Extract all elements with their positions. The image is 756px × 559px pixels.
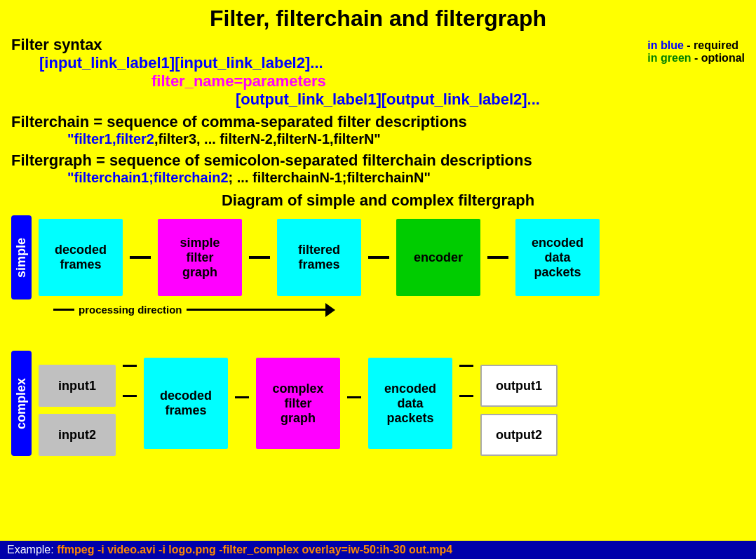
complex-row: complex input1 input2 decodedframes comp… — [11, 351, 745, 456]
output-link-label: [output_link_label1][output_link_label2]… — [236, 90, 745, 109]
decoded-frames-box: decodedframes — [39, 219, 123, 296]
filter-syntax-heading: Filter syntax — [11, 36, 102, 53]
input2-box: input2 — [39, 414, 116, 456]
filterchain-example: "filter1,filter2,filter3, ... filterN-2,… — [67, 131, 745, 147]
encoded-data-packets-complex-box: encodeddatapackets — [368, 358, 452, 449]
legend-blue-line: in blue - required — [647, 39, 745, 52]
legend-green-label: in green — [647, 52, 691, 64]
filtergraph-example: "filterchain1;filterchain2; ... filterch… — [67, 170, 745, 186]
complex-inputs: input1 input2 — [39, 365, 116, 456]
complex-label: complex — [11, 351, 32, 456]
connector2 — [249, 256, 270, 259]
encoded-data-packets-box-simple: encodeddatapackets — [515, 219, 600, 296]
diagram-area: simple decodedframes simplefiltergraph f… — [11, 215, 745, 456]
legend-green-desc: - optional — [691, 52, 745, 64]
filter-name-line: filter_name=parameters — [151, 72, 745, 90]
input-link-label: [input_link_label1][input_link_label2]..… — [39, 54, 323, 72]
output1-box: output1 — [480, 365, 558, 407]
connector1 — [130, 256, 151, 259]
connector-out-bot — [459, 395, 473, 397]
spacer1 — [123, 367, 137, 395]
output2-box: output2 — [480, 414, 558, 456]
main-container: Filter, filterchain and filtergraph in b… — [0, 0, 756, 559]
diagram-title: Diagram of simple and complex filtergrap… — [11, 191, 745, 210]
arrow-right-line — [187, 309, 327, 311]
filtergraph-heading: Filtergraph = sequence of semicolon-sepa… — [11, 151, 745, 170]
spacer2 — [459, 367, 473, 395]
encoder-box: encoder — [396, 219, 480, 296]
simple-filter-graph-box: simplefiltergraph — [158, 219, 242, 296]
connector-mid2 — [347, 396, 361, 398]
legend-blue-label: in blue — [647, 39, 684, 51]
connector4 — [487, 256, 508, 259]
example-prefix: Example: — [7, 544, 57, 555]
filtered-frames-box: filteredframes — [277, 219, 361, 296]
arrow-left-line — [53, 309, 74, 311]
bottom-bar: Example: ffmpeg -i video.avi -i logo.png… — [0, 541, 756, 559]
simple-label: simple — [11, 215, 32, 299]
connector3 — [368, 256, 389, 259]
complex-outputs: output1 output2 — [480, 365, 558, 456]
legend-green-line: in green - optional — [647, 52, 745, 65]
complex-filter-graph-box: complexfiltergraph — [256, 358, 340, 449]
legend-blue-desc: - required — [684, 39, 738, 51]
page-title: Filter, filterchain and filtergraph — [11, 6, 745, 32]
decoded-frames-complex-box: decodedframes — [144, 358, 228, 449]
filterchain-heading: Filterchain = sequence of comma-separate… — [11, 113, 745, 131]
arrow-container: processing direction — [53, 304, 745, 316]
connector-in-bot — [123, 395, 137, 397]
legend: in blue - required in green - optional — [647, 39, 745, 65]
arrow-label: processing direction — [79, 304, 182, 316]
simple-row: simple decodedframes simplefiltergraph f… — [11, 215, 745, 299]
example-command: ffmpeg -i video.avi -i logo.png -filter_… — [57, 544, 452, 555]
connector-mid — [235, 396, 249, 398]
input1-box: input1 — [39, 365, 116, 407]
filter-syntax-section: Filter syntax [input_link_label1][input_… — [11, 36, 745, 109]
